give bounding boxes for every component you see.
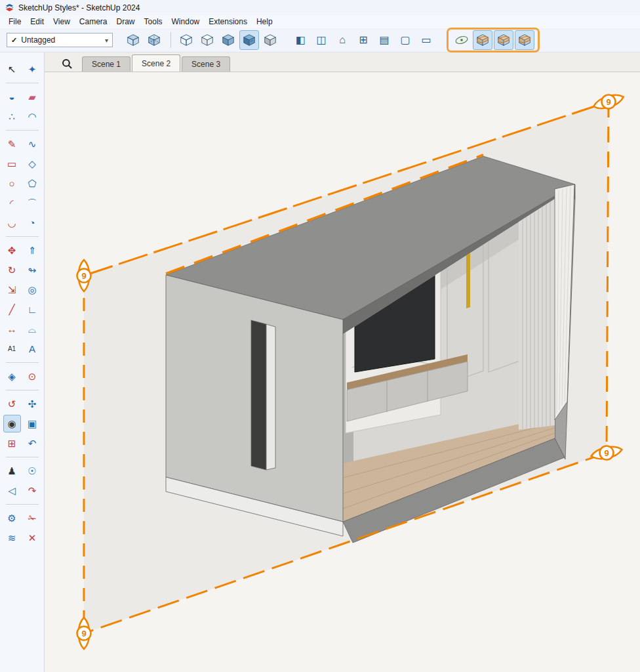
back-edges-button[interactable] [144,30,164,50]
tool-divider [6,236,39,237]
extension-tool-3[interactable]: ≋ [3,529,21,547]
front-view-button[interactable]: ⌂ [332,30,352,50]
soften-edges-tool[interactable]: ◠ [24,108,41,125]
bottom-view-button[interactable]: ▭ [416,30,436,50]
zoom-window-tool[interactable]: ▣ [24,415,41,432]
menu-bar: FileEditViewCameraDrawToolsWindowExtensi… [0,15,640,28]
tool-divider [6,362,39,363]
three-d-text-tool[interactable]: A [24,340,41,358]
iso-view-button[interactable]: ◧ [290,30,310,50]
sketchup-logo-icon [5,3,14,12]
extension-tool-1[interactable]: ⚙ [3,509,21,527]
dimensions-tool[interactable]: ↔ [3,320,21,338]
pie-tool[interactable]: ◔ [24,214,41,232]
menu-item-help[interactable]: Help [252,16,277,28]
face-style-group [176,30,280,50]
right-view-button[interactable]: ⊞ [353,30,373,50]
previous-view-tool[interactable]: ↶ [24,434,41,452]
scene-tab-scene-2[interactable]: Scene 2 [132,54,180,72]
freehand-tool[interactable]: ∿ [24,135,41,153]
section-plane-button[interactable] [452,30,471,50]
menu-item-tools[interactable]: Tools [140,16,167,28]
shaded-with-textures-button[interactable] [239,30,259,50]
shaded-button[interactable] [218,30,238,50]
pan-tool[interactable]: ✣ [24,395,41,413]
iso-view-icon: ◧ [295,35,305,45]
offset-tool[interactable]: ◎ [24,281,41,299]
left-view-button[interactable]: ▢ [395,30,415,50]
three-point-arc-tool[interactable]: ◡ [3,214,21,232]
monochrome-button[interactable] [260,30,280,50]
tag-dropdown[interactable]: ✓ Untagged ▾ [7,33,113,47]
x-ray-button[interactable] [123,30,143,50]
tag-dropdown-value: Untagged [21,35,55,45]
text-tool[interactable]: A1 [3,340,21,358]
orbit-tool[interactable]: ↺ [3,395,21,413]
push-pull-tool[interactable]: ⇑ [24,242,41,259]
axes-tool[interactable]: ∟ [24,301,41,318]
scene-tab-scene-3[interactable]: Scene 3 [182,56,230,72]
line-tool[interactable]: ✎ [3,135,21,153]
tool-divider [6,390,39,390]
section-plane-tool[interactable]: ◈ [3,368,21,385]
display-section-fill-button[interactable] [515,30,534,50]
menu-item-extensions[interactable]: Extensions [204,16,252,28]
paint-bucket-tool[interactable]: ◒ [3,88,21,106]
tool-divider [6,83,39,83]
extension-tool-4[interactable]: ✕ [24,529,41,547]
model-viewport[interactable]: 9 9 9 9 [45,72,640,672]
rotate-tool[interactable]: ↻ [3,261,21,279]
section-group [447,28,540,52]
menu-item-edit[interactable]: Edit [26,16,49,28]
hidden-line-icon [200,33,214,47]
turn-tool[interactable]: ↷ [24,482,41,499]
tape-measure-tool[interactable]: ╱ [3,301,21,318]
section-marker-label: 9 [606,97,610,107]
back-view-button[interactable]: ▤ [374,30,394,50]
look-around-tool[interactable]: ☉ [24,462,41,480]
menu-item-window[interactable]: Window [167,16,205,28]
hidden-line-button[interactable] [197,30,217,50]
extension-tool-2[interactable]: ✁ [24,509,41,527]
component-tool[interactable]: ∴ [3,108,21,125]
eraser-tool[interactable]: ▰ [24,88,41,106]
tool-divider [6,457,39,457]
display-section-planes-button[interactable] [473,30,492,50]
scene-tabs-bar: Scene 1Scene 2Scene 3 [45,52,640,72]
field-of-view-tool[interactable]: ◁ [3,482,21,499]
scene-tab-scene-1[interactable]: Scene 1 [82,56,130,72]
rotated-rectangle-tool[interactable]: ◇ [24,155,41,173]
zoom-extents-tool[interactable]: ⊞ [3,434,21,452]
search-icon[interactable] [62,58,73,70]
window-title: SketchUp Styles* - SketchUp 2024 [18,3,140,12]
menu-item-file[interactable]: File [4,16,26,28]
two-point-arc-tool[interactable]: ⌒ [24,194,41,212]
protractor-tool[interactable]: ⌓ [24,320,41,338]
move-tool[interactable]: ✥ [3,242,21,259]
right-view-icon: ⊞ [359,35,367,45]
model-canvas[interactable]: 9 9 9 9 [45,72,640,672]
wireframe-button[interactable] [176,30,196,50]
top-view-button[interactable]: ◫ [311,30,331,50]
front-view-icon: ⌂ [339,35,346,45]
tool-palette: ↖✦◒▰∴◠✎∿▭◇○⬠◜⌒◡◔✥⇑↻↬⇲◎╱∟↔⌓A1A◈⊙↺✣◉▣⊞↶♟☉◁… [0,52,45,672]
menu-item-camera[interactable]: Camera [75,16,112,28]
left-view-icon: ▢ [400,35,410,45]
section-marker-label: 9 [81,629,86,639]
zoom-tool[interactable]: ◉ [3,415,21,432]
scale-tool[interactable]: ⇲ [3,281,21,299]
tag-check-icon: ✓ [11,36,17,45]
walk-tool[interactable]: ♟ [3,462,21,480]
display-section-cuts-button[interactable] [494,30,513,50]
circle-tool[interactable]: ○ [3,175,21,192]
menu-item-view[interactable]: View [49,16,75,28]
follow-me-tool[interactable]: ↬ [24,261,41,279]
arc-tool[interactable]: ◜ [3,194,21,212]
menu-item-draw[interactable]: Draw [112,16,140,28]
door-opening [251,320,266,470]
position-camera-tool[interactable]: ⊙ [24,368,41,385]
rectangle-tool[interactable]: ▭ [3,155,21,173]
polygon-tool[interactable]: ⬠ [24,175,41,192]
lasso-tool[interactable]: ✦ [24,60,41,78]
select-tool[interactable]: ↖ [3,60,21,78]
